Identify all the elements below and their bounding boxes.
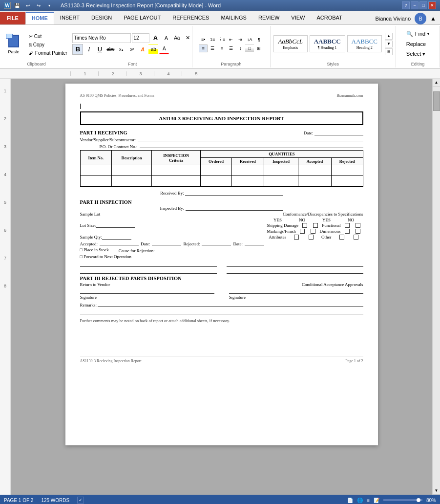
bold-button[interactable]: B — [72, 44, 83, 55]
tab-acrobat[interactable]: ACROBAT — [311, 12, 348, 24]
align-center-button[interactable]: ☰ — [208, 44, 217, 52]
format-painter-button[interactable]: 🖌 Format Painter — [26, 49, 70, 57]
sample-qty-field[interactable] — [102, 235, 131, 240]
td-ordered2[interactable] — [201, 176, 232, 187]
functional-no-check[interactable] — [356, 223, 360, 228]
align-left-button[interactable]: ≡ — [199, 44, 208, 52]
help-button[interactable]: ? — [402, 1, 410, 9]
scroll-track[interactable] — [433, 87, 440, 487]
td-rejected2[interactable] — [331, 176, 363, 187]
font-name-input[interactable] — [72, 33, 131, 43]
remarks-field[interactable] — [98, 302, 363, 307]
doc-scroll-area[interactable]: AS 9100 QMS Policies, Procedures, and Fo… — [11, 79, 432, 495]
proofing-icon[interactable]: ✓ — [77, 497, 84, 504]
tab-design[interactable]: DESIGN — [85, 12, 118, 24]
style-heading2[interactable]: AABBCC Heading 2 — [347, 35, 382, 52]
font-size-input[interactable] — [132, 33, 149, 43]
align-right-button[interactable]: ≡ — [217, 44, 226, 52]
tab-page-layout[interactable]: PAGE LAYOUT — [118, 12, 167, 24]
zoom-thumb[interactable] — [417, 498, 420, 502]
view-print-button[interactable]: 📄 — [347, 498, 353, 503]
shipping-no-check[interactable] — [313, 223, 318, 228]
td-desc1[interactable] — [112, 165, 152, 176]
subscript-button[interactable]: x₂ — [116, 44, 126, 54]
cause-field[interactable] — [157, 247, 363, 252]
tab-mailings[interactable]: MAILINGS — [215, 12, 252, 24]
bullets-button[interactable]: ≡• — [199, 36, 208, 44]
received-by-field[interactable] — [185, 191, 283, 196]
increase-indent-button[interactable]: ⇥ — [236, 36, 245, 44]
sig-line-3[interactable] — [80, 269, 217, 274]
font-color-button[interactable]: A — [159, 44, 169, 54]
find-dropdown[interactable]: ▾ — [427, 32, 429, 36]
scroll-down-button[interactable]: ▼ — [433, 487, 440, 495]
inspected-by-field[interactable] — [186, 206, 283, 211]
maximize-button[interactable]: □ — [419, 1, 427, 9]
replace-button[interactable]: Replace — [404, 40, 431, 48]
td-inspected1[interactable] — [264, 165, 298, 176]
td-criteria1[interactable] — [152, 165, 201, 176]
td-criteria2[interactable] — [152, 176, 201, 187]
td-ordered1[interactable] — [201, 165, 232, 176]
close-button[interactable]: ✕ — [428, 1, 436, 9]
scroll-thumb[interactable] — [433, 91, 440, 111]
customize-qat-button[interactable]: ▾ — [45, 1, 54, 10]
find-button[interactable]: 🔍 Find ▾ — [404, 30, 431, 38]
decrease-indent-button[interactable]: ⇤ — [227, 36, 235, 44]
view-web-button[interactable]: 🌐 — [357, 498, 363, 503]
tab-home[interactable]: HOME — [25, 12, 54, 24]
functional-yes-check[interactable] — [345, 223, 350, 228]
lot-size-field[interactable] — [96, 223, 135, 228]
multilevel-button[interactable]: ⋮≡ — [217, 36, 226, 44]
rejected-date-field[interactable] — [245, 241, 264, 245]
sig-line-1[interactable] — [80, 262, 217, 267]
line-spacing-button[interactable]: ↕ — [236, 44, 245, 52]
sig-line-6[interactable] — [229, 289, 363, 294]
td-rejected1[interactable] — [331, 165, 363, 176]
tab-insert[interactable]: INSERT — [54, 12, 85, 24]
tab-review[interactable]: REVIEW — [252, 12, 285, 24]
td-item1[interactable] — [80, 165, 112, 176]
save-button[interactable]: 💾 — [13, 1, 21, 10]
highlight-color-button[interactable]: ab — [148, 44, 158, 54]
shipping-yes-check[interactable] — [302, 223, 307, 228]
view-draft-button[interactable]: 📝 — [374, 498, 379, 503]
rejected-field[interactable] — [202, 241, 231, 245]
style-emphasis[interactable]: AaBbCcL Emphasis — [273, 35, 308, 52]
italic-button[interactable]: I — [84, 44, 94, 54]
sig-line-4[interactable] — [227, 269, 363, 274]
right-scrollbar[interactable]: ▲ ▼ — [432, 79, 440, 495]
minimize-button[interactable]: − — [411, 1, 419, 9]
other-yes-check[interactable] — [339, 235, 344, 240]
dimensions-no-check[interactable] — [356, 229, 360, 234]
window-controls[interactable]: ? − □ ✕ — [402, 1, 436, 9]
font-grow-button[interactable]: A — [150, 33, 160, 43]
sig-line-2[interactable] — [227, 262, 363, 267]
paste-button[interactable]: Paste — [3, 31, 24, 57]
styles-scroll-up[interactable]: ▲ — [385, 33, 393, 40]
accepted-field[interactable] — [100, 241, 139, 245]
strikethrough-button[interactable]: abc — [105, 44, 115, 54]
vendor-field[interactable] — [138, 136, 363, 141]
sort-button[interactable]: ↕A — [245, 36, 254, 44]
text-effects-button[interactable]: A — [138, 44, 147, 54]
td-inspected2[interactable] — [264, 176, 298, 187]
markings-yes-check[interactable] — [300, 229, 305, 234]
shading-button[interactable]: □ — [245, 44, 254, 52]
view-outline-button[interactable]: ≡ — [367, 498, 370, 503]
change-case-button[interactable]: Aa — [172, 33, 182, 43]
style-heading1[interactable]: AABBCC ¶ Heading 1 — [310, 35, 345, 52]
ribbon-collapse-button[interactable]: ▲ — [430, 15, 436, 22]
zoom-slider[interactable] — [383, 499, 422, 501]
remarks-line2[interactable] — [80, 309, 363, 314]
undo-button[interactable]: ↩ — [23, 1, 32, 10]
markings-no-check[interactable] — [311, 229, 315, 234]
td-received1[interactable] — [231, 165, 264, 176]
td-accepted1[interactable] — [298, 165, 332, 176]
justify-button[interactable]: ☰ — [227, 44, 235, 52]
td-accepted2[interactable] — [298, 176, 332, 187]
redo-button[interactable]: ↪ — [34, 1, 43, 10]
td-item2[interactable] — [80, 176, 112, 187]
styles-scroll-down[interactable]: ▼ — [385, 41, 393, 47]
attributes-yes-check[interactable] — [294, 235, 299, 240]
